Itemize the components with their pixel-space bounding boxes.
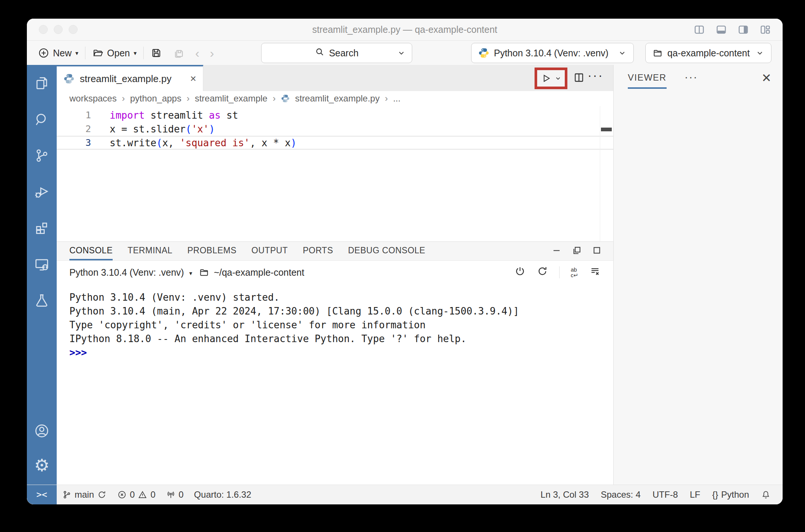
scrollbar-thumb[interactable] [601,128,612,131]
run-options-chevron-icon[interactable] [554,75,562,82]
account-icon[interactable] [33,422,50,439]
traffic-lights[interactable] [39,25,78,34]
python-file-icon [63,73,75,84]
split-columns-icon[interactable] [693,24,705,37]
breadcrumb-item[interactable]: workspaces [69,93,117,104]
panel-tab-problems[interactable]: PROBLEMS [187,242,237,260]
split-editor-icon[interactable] [573,72,585,85]
remote-explorer-icon[interactable] [33,256,50,273]
quarto-version[interactable]: Quarto: 1.6.32 [189,485,256,504]
back-arrow-icon: ‹ [190,47,204,59]
restart-icon[interactable] [537,266,548,279]
line-number: 2 [57,123,91,134]
window-title: streamlit_example.py — qa-example-conten… [312,24,497,35]
folder-icon [199,267,209,278]
clear-console-icon[interactable] [589,266,601,279]
breadcrumb-separator: › [187,93,189,104]
interpreter-selector[interactable]: Python 3.10.4 (Venv: .venv) [471,43,634,63]
code-text: x = st.slider('x') [91,123,215,135]
code-line[interactable]: 3st.write(x, 'squared is', x * x) [57,136,613,150]
panel-tab-debug-console[interactable]: DEBUG CONSOLE [348,242,425,260]
eol-setting[interactable]: LF [684,485,706,504]
console-output[interactable]: Python 3.10.4 (Venv: .venv) started.Pyth… [57,284,613,485]
testing-icon[interactable] [33,292,50,309]
close-window-icon[interactable] [39,25,48,34]
main-toolbar: New ▾ Open ▾ ‹ › Search Python 3.10.4 (V… [27,41,783,66]
viewer-close-icon[interactable]: ✕ [761,71,771,85]
panel-bottom-icon[interactable] [715,24,727,37]
word-wrap-icon[interactable]: abc↵ [571,267,578,278]
custom-layout-icon[interactable] [759,24,771,37]
settings-gear-icon[interactable]: ⚙ [33,457,50,474]
code-line[interactable]: 2x = st.slider('x') [57,122,613,136]
bottom-panel: CONSOLETERMINALPROBLEMSOUTPUTPORTSDEBUG … [57,241,613,485]
chevron-down-icon[interactable] [397,48,406,57]
editor-scrollbar[interactable] [600,106,613,241]
tab-streamlit-example[interactable]: streamlit_example.py × [57,65,203,91]
working-directory-label: ~/qa-example-content [214,267,304,278]
workspace-label: qa-example-content [667,48,750,59]
open-button[interactable]: Open ▾ [87,43,142,63]
open-button-label: Open [107,48,130,59]
folder-icon [652,48,663,58]
problems-status[interactable]: 0 0 [112,485,161,504]
panel-tab-bar: CONSOLETERMINALPROBLEMSOUTPUTPORTSDEBUG … [57,242,613,260]
console-line: IPython 8.18.0 -- An enhanced Interactiv… [69,332,601,346]
folder-open-icon [92,47,103,59]
more-actions-icon[interactable]: ··· [588,68,604,82]
tab-close-icon[interactable]: × [190,73,196,85]
breadcrumb-item[interactable]: python_apps [130,93,181,104]
panel-tab-console[interactable]: CONSOLE [69,242,113,260]
encoding-setting[interactable]: UTF-8 [646,485,684,504]
minimize-window-icon[interactable] [54,25,63,34]
ports-status[interactable]: 0 [161,485,189,504]
indentation-setting[interactable]: Spaces: 4 [595,485,647,504]
save-all-icon [173,47,185,59]
git-branch-icon [62,490,72,500]
breadcrumb-item[interactable]: ... [393,93,401,104]
breadcrumb-item[interactable]: streamlit_example.py [295,93,380,104]
console-toolbar: Python 3.10.4 (Venv: .venv) ▾ ~/qa-examp… [57,260,613,284]
console-interpreter-label[interactable]: Python 3.10.4 (Venv: .venv) [69,267,184,278]
console-line: Python 3.10.4 (Venv: .venv) started. [69,291,601,304]
search-input[interactable]: Search [261,43,412,63]
viewer-panel: VIEWER ··· ✕ [614,65,783,485]
code-line[interactable]: 1import streamlit as st [57,108,613,122]
panel-right-icon[interactable] [737,24,749,37]
chevron-down-icon [755,48,764,57]
power-icon[interactable] [514,266,526,279]
explorer-icon[interactable] [33,75,50,92]
code-editor[interactable]: 1import streamlit as st2x = st.slider('x… [57,106,613,241]
breadcrumb-separator: › [122,93,125,104]
panel-tab-ports[interactable]: PORTS [303,242,333,260]
forwarded-ports-count: 0 [179,489,184,500]
language-mode[interactable]: {}Python [706,485,755,504]
tab-viewer[interactable]: VIEWER [628,72,667,89]
search-icon[interactable] [33,111,50,128]
viewer-more-actions-icon[interactable]: ··· [685,72,698,81]
search-icon [315,47,325,59]
breadcrumb: workspaces›python_apps›streamlit_example… [57,91,613,106]
panel-tab-terminal[interactable]: TERMINAL [128,242,172,260]
run-play-button[interactable] [540,73,551,84]
panel-tab-output[interactable]: OUTPUT [251,242,288,260]
maximize-panel-icon[interactable] [592,245,602,257]
remote-indicator[interactable]: >< [27,485,57,504]
minimize-panel-icon[interactable] [551,245,562,257]
title-bar: streamlit_example.py — qa-example-conten… [27,19,783,41]
run-button-highlight [535,68,567,89]
error-circle-icon [117,490,127,500]
restore-panel-icon[interactable] [571,245,582,257]
git-branch-status[interactable]: main [57,485,112,504]
cursor-position[interactable]: Ln 3, Col 33 [535,485,595,504]
breadcrumb-item[interactable]: streamlit_example [195,93,267,104]
run-and-debug-icon[interactable] [33,183,50,200]
zoom-window-icon[interactable] [69,25,78,34]
new-button[interactable]: New ▾ [33,43,84,63]
notifications-bell-icon[interactable] [755,485,777,504]
workspace-selector[interactable]: qa-example-content [645,43,771,63]
save-button[interactable] [145,47,167,59]
extensions-icon[interactable] [33,219,50,237]
source-control-icon[interactable] [33,147,50,164]
code-text: import streamlit as st [91,110,238,121]
